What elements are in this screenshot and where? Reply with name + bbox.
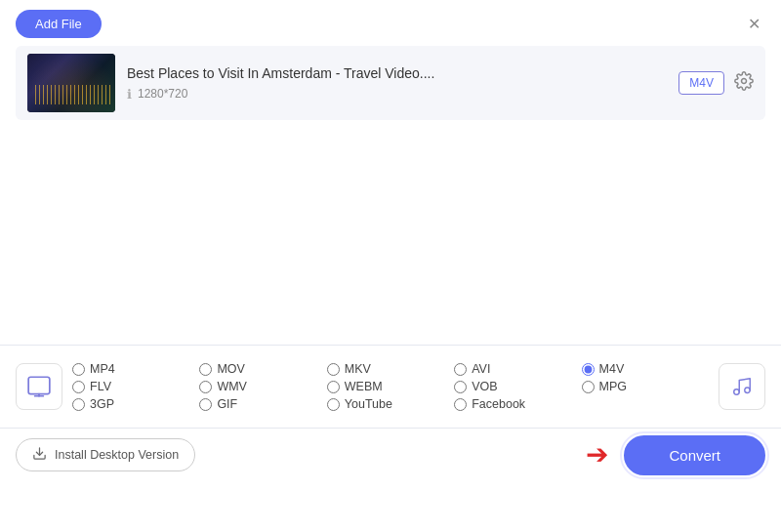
radio-mpg[interactable] — [582, 381, 595, 393]
label-avi: AVI — [472, 362, 490, 376]
radio-youtube[interactable] — [327, 398, 340, 411]
radio-vob[interactable] — [454, 381, 467, 393]
radio-3gp[interactable] — [72, 398, 85, 411]
radio-mp4[interactable] — [72, 363, 85, 376]
close-button[interactable]: ✕ — [742, 13, 765, 36]
radio-webm[interactable] — [327, 381, 340, 393]
format-option-vob[interactable]: VOB — [454, 380, 581, 393]
file-item: Best Places to Visit In Amsterdam - Trav… — [16, 46, 765, 120]
format-option-3gp[interactable]: 3GP — [72, 397, 199, 411]
format-option-facebook[interactable]: Facebook — [454, 397, 581, 411]
content-spacer — [0, 120, 781, 345]
top-bar: Add File ✕ — [0, 0, 781, 46]
radio-avi[interactable] — [454, 363, 467, 376]
format-option-youtube[interactable]: YouTube — [327, 397, 454, 411]
install-desktop-button[interactable]: Install Desktop Version — [16, 438, 195, 471]
audio-format-icon-button[interactable] — [719, 363, 765, 410]
label-youtube: YouTube — [345, 397, 392, 411]
file-info: Best Places to Visit In Amsterdam - Trav… — [127, 65, 667, 102]
label-vob: VOB — [472, 380, 497, 393]
video-format-icon-button[interactable] — [16, 363, 62, 410]
radio-facebook[interactable] — [454, 398, 467, 411]
convert-button[interactable]: Convert — [624, 435, 765, 475]
label-m4v: M4V — [599, 362, 625, 376]
format-option-mpg[interactable]: MPG — [582, 380, 709, 393]
file-title: Best Places to Visit In Amsterdam - Trav… — [127, 65, 667, 81]
svg-point-4 — [734, 389, 740, 395]
radio-mkv[interactable] — [327, 363, 340, 376]
radio-gif[interactable] — [199, 398, 212, 411]
label-3gp: 3GP — [90, 397, 114, 411]
format-option-flv[interactable]: FLV — [72, 380, 199, 393]
radio-mov[interactable] — [199, 363, 212, 376]
settings-button[interactable] — [734, 71, 754, 96]
format-option-mkv[interactable]: MKV — [327, 362, 454, 376]
bottom-bar: Install Desktop Version ➔ Convert — [0, 428, 781, 481]
download-icon — [32, 446, 47, 464]
format-badge-button[interactable]: M4V — [678, 71, 724, 95]
info-icon: ℹ — [127, 87, 132, 102]
svg-point-5 — [745, 388, 751, 393]
install-label: Install Desktop Version — [55, 448, 179, 462]
label-wmv: WMV — [217, 380, 247, 393]
format-option-mov[interactable]: MOV — [199, 362, 326, 376]
file-actions: M4V — [678, 71, 754, 96]
radio-flv[interactable] — [72, 381, 85, 393]
format-option-wmv[interactable]: WMV — [199, 380, 326, 393]
label-gif: GIF — [217, 397, 237, 411]
format-option-gif[interactable]: GIF — [199, 397, 326, 411]
arrow-right-icon: ➔ — [586, 441, 608, 469]
label-webm: WEBM — [345, 380, 383, 393]
label-facebook: Facebook — [472, 397, 525, 411]
add-file-button[interactable]: Add File — [16, 10, 102, 38]
format-bar: MP4 MOV MKV AVI M4V FLV WMV WEBM — [0, 345, 781, 428]
radio-wmv[interactable] — [199, 381, 212, 393]
file-resolution: 1280*720 — [138, 87, 187, 101]
svg-point-0 — [742, 78, 747, 83]
label-mov: MOV — [217, 362, 244, 376]
label-flv: FLV — [90, 380, 111, 393]
thumbnail-image — [27, 54, 115, 112]
bottom-right: ➔ Convert — [586, 435, 765, 475]
radio-m4v[interactable] — [582, 363, 595, 376]
label-mkv: MKV — [345, 362, 371, 376]
format-option-webm[interactable]: WEBM — [327, 380, 454, 393]
file-thumbnail — [27, 54, 115, 112]
label-mpg: MPG — [599, 380, 627, 393]
file-list: Best Places to Visit In Amsterdam - Trav… — [0, 46, 781, 120]
format-option-m4v[interactable]: M4V — [582, 362, 709, 376]
format-options: MP4 MOV MKV AVI M4V FLV WMV WEBM — [72, 356, 709, 417]
format-option-mp4[interactable]: MP4 — [72, 362, 199, 376]
file-meta: ℹ 1280*720 — [127, 87, 667, 102]
svg-rect-1 — [28, 377, 50, 393]
format-option-avi[interactable]: AVI — [454, 362, 581, 376]
label-mp4: MP4 — [90, 362, 115, 376]
